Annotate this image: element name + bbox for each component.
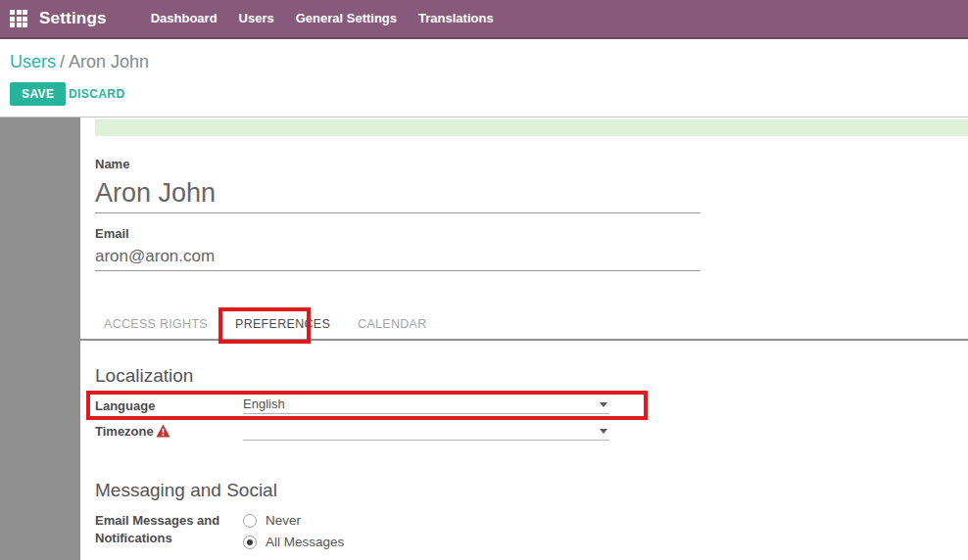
radio-all-messages-label: All Messages bbox=[266, 535, 344, 549]
app-title[interactable]: Settings bbox=[39, 9, 107, 28]
tab-access-rights[interactable]: ACCESS RIGHTS bbox=[90, 309, 221, 339]
sheet-background-strip bbox=[0, 117, 80, 560]
apps-menu-button[interactable] bbox=[0, 0, 37, 38]
localization-section-title: Localization bbox=[95, 365, 193, 387]
breadcrumb-current: Aron John bbox=[69, 52, 149, 71]
timezone-dropdown[interactable] bbox=[243, 423, 609, 441]
timezone-label: Timezone bbox=[95, 424, 170, 441]
tab-calendar[interactable]: CALENDAR bbox=[344, 309, 440, 339]
navbar-menu: Dashboard Users General Settings Transla… bbox=[140, 0, 505, 37]
form-view: Name Aron John Email aron@aron.com ACCES… bbox=[0, 117, 968, 560]
nav-item-translations[interactable]: Translations bbox=[408, 0, 505, 37]
radio-option-all-messages[interactable]: All Messages bbox=[243, 535, 344, 549]
nav-item-users[interactable]: Users bbox=[228, 0, 285, 37]
settings-user-form-screen: Settings Dashboard Users General Setting… bbox=[0, 0, 968, 560]
email-input[interactable]: aron@aron.com bbox=[95, 244, 701, 271]
top-navbar: Settings Dashboard Users General Setting… bbox=[0, 0, 968, 39]
name-input[interactable]: Aron John bbox=[95, 174, 701, 213]
annotation-box-language-field bbox=[86, 391, 648, 420]
email-label: Email bbox=[95, 226, 129, 241]
control-panel: Users/Aron John SAVE DISCARD bbox=[0, 39, 968, 117]
notifications-label: Email Messages and Notifications bbox=[95, 512, 242, 547]
radio-never-label: Never bbox=[266, 513, 301, 528]
apps-grid-icon bbox=[10, 10, 27, 27]
chevron-down-icon bbox=[600, 429, 607, 434]
nav-item-dashboard[interactable]: Dashboard bbox=[140, 0, 228, 37]
timezone-label-text: Timezone bbox=[95, 424, 154, 439]
radio-checked-icon[interactable] bbox=[243, 536, 257, 549]
breadcrumb: Users/Aron John bbox=[10, 52, 149, 72]
messaging-section-title: Messaging and Social bbox=[95, 480, 277, 501]
save-button[interactable]: SAVE bbox=[10, 82, 66, 106]
discard-button[interactable]: DISCARD bbox=[69, 82, 124, 106]
warning-icon bbox=[156, 424, 170, 441]
nav-item-general-settings[interactable]: General Settings bbox=[285, 0, 408, 37]
radio-option-never[interactable]: Never bbox=[243, 513, 301, 528]
annotation-box-preferences-tab bbox=[218, 307, 311, 344]
name-label: Name bbox=[95, 157, 129, 171]
success-banner bbox=[95, 119, 968, 136]
breadcrumb-separator: / bbox=[56, 52, 69, 71]
radio-unchecked-icon[interactable] bbox=[243, 514, 257, 528]
notebook-tabbar: ACCESS RIGHTS PREFERENCES CALENDAR bbox=[80, 309, 968, 341]
breadcrumb-users-link[interactable]: Users bbox=[10, 52, 56, 71]
